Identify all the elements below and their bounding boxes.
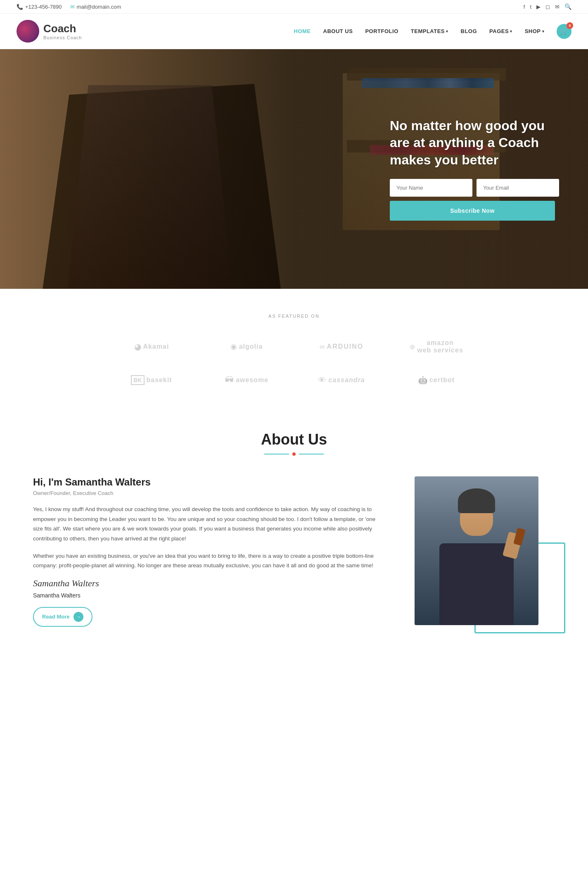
email-icon: ✉ bbox=[70, 4, 75, 10]
signature-name: Samantha Walters bbox=[33, 592, 382, 599]
brand-akamai: ◕ Akamai bbox=[108, 335, 195, 358]
about-image-container bbox=[415, 476, 555, 625]
title-divider bbox=[33, 452, 555, 456]
header: Coach Business Coach HOME ABOUT US PORTF… bbox=[0, 14, 588, 49]
email-input[interactable] bbox=[477, 179, 559, 197]
divider-dot bbox=[292, 452, 296, 456]
read-more-label: Read More bbox=[42, 614, 69, 620]
aws-icon: ⊛ bbox=[410, 343, 415, 351]
akamai-icon: ◕ bbox=[134, 342, 141, 352]
awesome-icon: 🕶 bbox=[225, 375, 234, 385]
about-section-title: About Us bbox=[33, 431, 555, 448]
phone-contact[interactable]: 📞 +123-456-7890 bbox=[17, 4, 62, 10]
algolia-icon: ◉ bbox=[230, 342, 237, 351]
arduino-icon: ∞ bbox=[320, 343, 325, 351]
subscribe-button[interactable]: Subscribe Now bbox=[390, 201, 555, 221]
hero-title: No matter how good you are at anything a… bbox=[390, 117, 555, 169]
person-image-simulation bbox=[415, 476, 538, 625]
brand-logo-grid: ◕ Akamai ◉ algolia ∞ ARDUINO ⊛ amazonweb… bbox=[108, 335, 480, 390]
logo-circle bbox=[17, 20, 39, 43]
nav-about[interactable]: ABOUT US bbox=[323, 28, 353, 34]
about-text: Hi, I'm Samantha Walters Owner/Founder, … bbox=[33, 476, 382, 627]
logo-tagline: Business Coach bbox=[43, 35, 82, 40]
brand-basekit: BK basekit bbox=[108, 371, 195, 390]
mail-icon[interactable]: ✉ bbox=[555, 4, 560, 10]
chevron-down-icon: ▾ bbox=[510, 29, 512, 33]
nav-portfolio[interactable]: PORTFOLIO bbox=[365, 28, 398, 34]
awesome-text: awesome bbox=[236, 376, 268, 384]
logo[interactable]: Coach Business Coach bbox=[17, 20, 82, 43]
brand-awesome: 🕶 awesome bbox=[203, 371, 290, 390]
person-role: Owner/Founder, Executive Coach bbox=[33, 490, 382, 496]
cart-icon: 🛒 bbox=[560, 27, 568, 35]
algolia-text: algolia bbox=[239, 343, 263, 350]
aws-text: amazonweb services bbox=[417, 339, 463, 354]
facebook-icon[interactable]: f bbox=[524, 4, 525, 10]
youtube-icon[interactable]: ▶ bbox=[536, 4, 541, 10]
nav-blog[interactable]: BLOG bbox=[461, 28, 477, 34]
certbot-text: certbot bbox=[429, 376, 455, 384]
brand-aws: ⊛ amazonweb services bbox=[393, 335, 480, 358]
about-para-1: Yes, I know my stuff! And throughout our… bbox=[33, 504, 382, 544]
search-icon[interactable]: 🔍 bbox=[564, 3, 571, 10]
chevron-down-icon: ▾ bbox=[542, 29, 545, 33]
logo-name: Coach bbox=[43, 22, 82, 35]
nav-home[interactable]: HOME bbox=[294, 28, 311, 34]
main-nav: HOME ABOUT US PORTFOLIO TEMPLATES ▾ BLOG… bbox=[294, 24, 571, 39]
divider-line-right bbox=[299, 454, 324, 454]
phone-icon: 📞 bbox=[17, 4, 23, 10]
akamai-text: Akamai bbox=[143, 343, 169, 350]
featured-label: AS FEATURED ON bbox=[17, 314, 571, 319]
brand-cassandra: 👁 cassandra bbox=[298, 371, 385, 390]
about-para-2: Whether you have an existing business, o… bbox=[33, 551, 382, 571]
certbot-icon: 🤖 bbox=[418, 376, 427, 385]
top-bar-contact: 📞 +123-456-7890 ✉ mail@domain.com bbox=[17, 4, 121, 10]
person-name: Hi, I'm Samantha Walters bbox=[33, 476, 382, 488]
phone-number: +123-456-7890 bbox=[25, 4, 62, 10]
nav-pages[interactable]: PAGES ▾ bbox=[489, 28, 512, 34]
email-address: mail@domain.com bbox=[77, 4, 121, 10]
hero-content: No matter how good you are at anything a… bbox=[390, 117, 555, 221]
cart-button[interactable]: 🛒 0 bbox=[557, 24, 571, 39]
cassandra-icon: 👁 bbox=[318, 376, 326, 385]
hero-inputs bbox=[390, 179, 555, 197]
featured-section: AS FEATURED ON ◕ Akamai ◉ algolia ∞ ARDU… bbox=[0, 289, 588, 406]
twitter-icon[interactable]: t bbox=[530, 4, 531, 10]
nav-templates[interactable]: TEMPLATES ▾ bbox=[411, 28, 448, 34]
nav-shop[interactable]: SHOP ▾ bbox=[525, 28, 544, 34]
basekit-text: basekit bbox=[147, 376, 172, 384]
hero-form: Subscribe Now bbox=[390, 179, 555, 221]
brand-arduino: ∞ ARDUINO bbox=[298, 335, 385, 358]
read-more-button[interactable]: Read More → bbox=[33, 607, 92, 627]
cassandra-text: cassandra bbox=[328, 376, 365, 384]
cart-badge: 0 bbox=[567, 22, 573, 29]
about-content: Hi, I'm Samantha Walters Owner/Founder, … bbox=[33, 476, 555, 627]
about-section: About Us Hi, I'm Samantha Walters Owner/… bbox=[0, 406, 588, 660]
arduino-text: ARDUINO bbox=[327, 343, 364, 350]
email-contact[interactable]: ✉ mail@domain.com bbox=[70, 4, 121, 10]
divider-line-left bbox=[264, 454, 289, 454]
instagram-icon[interactable]: ◻ bbox=[545, 4, 550, 10]
hero-section: No matter how good you are at anything a… bbox=[0, 49, 588, 289]
logo-text: Coach Business Coach bbox=[43, 22, 82, 40]
top-bar: 📞 +123-456-7890 ✉ mail@domain.com f t ▶ … bbox=[0, 0, 588, 14]
chevron-down-icon: ▾ bbox=[446, 29, 448, 33]
brand-certbot: 🤖 certbot bbox=[393, 371, 480, 390]
about-image bbox=[415, 476, 538, 625]
name-input[interactable] bbox=[390, 179, 472, 197]
basekit-icon: BK bbox=[131, 375, 144, 385]
arrow-right-icon: → bbox=[74, 612, 83, 622]
signature: Samantha Walters bbox=[33, 578, 382, 589]
top-bar-social: f t ▶ ◻ ✉ 🔍 bbox=[524, 3, 571, 10]
brand-algolia: ◉ algolia bbox=[203, 335, 290, 358]
